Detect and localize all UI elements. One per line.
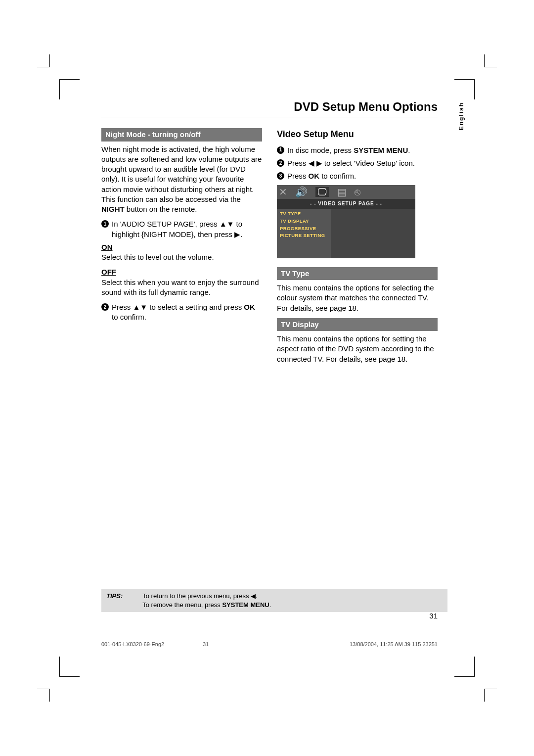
step-text: In disc mode, press SYSTEM MENU. (287, 145, 410, 155)
option-on-text: Select this to level out the volume. (101, 252, 262, 262)
osd-screenshot: ✕ 🔊 🖵 ▤ ⎋ - - VIDEO SETUP PAGE - - TV TY… (277, 185, 415, 258)
step-2-right: 2 Press ◀ ▶ to select 'Video Setup' icon… (277, 158, 438, 168)
page-number: 31 (429, 611, 438, 621)
tips-label: TIPS: (106, 592, 123, 609)
step-text: Press OK to confirm. (287, 171, 356, 181)
step-3-right: 3 Press OK to confirm. (277, 171, 438, 181)
equalizer-icon: ▤ (337, 187, 347, 197)
step-1-right: 1 In disc mode, press SYSTEM MENU. (277, 145, 438, 155)
right-column: Video Setup Menu 1 In disc mode, press S… (277, 128, 438, 369)
step-number-icon: 2 (101, 303, 109, 311)
step-1: 1 In 'AUDIO SETUP PAGE', press ▲▼ to hig… (101, 219, 262, 239)
osd-tab-bar: ✕ 🔊 🖵 ▤ ⎋ (277, 185, 415, 199)
two-column-layout: Night Mode - turning on/off When night m… (101, 128, 438, 369)
step-text: Press ◀ ▶ to select 'Video Setup' icon. (287, 158, 415, 168)
section-night-mode: Night Mode - turning on/off (101, 128, 262, 141)
step-2-text: Press ▲▼ to select a setting and press O… (112, 302, 262, 323)
section-tv-type: TV Type (277, 267, 438, 280)
step-number-icon: 1 (277, 146, 284, 154)
page-title: DVD Setup Menu Options (101, 99, 438, 117)
footer-file: 001-045-LX8320-69-Eng2 (101, 641, 164, 648)
tv-display-text: This menu contains the options for setti… (277, 334, 438, 364)
osd-menu-list: TV TYPE TV DISPLAY PROGRESSIVE PICTURE S… (277, 209, 415, 258)
footer-page: 31 (203, 641, 209, 648)
tv-type-text: This menu contains the options for selec… (277, 283, 438, 313)
exit-icon: ⎋ (355, 187, 360, 197)
osd-item: TV DISPLAY (277, 218, 331, 225)
tips-content: To return to the previous menu, press ◀.… (142, 592, 271, 609)
footer-date: 13/08/2004, 11:25 AM 39 115 23251 (350, 641, 438, 648)
step-1-text: In 'AUDIO SETUP PAGE', press ▲▼ to highl… (112, 219, 262, 239)
option-on-label: ON (101, 242, 262, 252)
page-content: DVD Setup Menu Options English Night Mod… (101, 99, 438, 369)
section-tv-display: TV Display (277, 318, 438, 331)
tools-icon: ✕ (279, 187, 287, 197)
section-video-setup: Video Setup Menu (277, 128, 438, 140)
language-tab: English (455, 99, 467, 133)
step-number-icon: 1 (101, 220, 109, 228)
tv-icon: 🖵 (315, 187, 329, 197)
step-number-icon: 3 (277, 172, 284, 180)
option-off-label: OFF (101, 267, 262, 277)
speaker-icon: 🔊 (295, 187, 308, 197)
osd-item: PICTURE SETTING (277, 232, 331, 239)
step-2: 2 Press ▲▼ to select a setting and press… (101, 302, 262, 323)
option-off-text: Select this when you want to enjoy the s… (101, 278, 262, 298)
night-mode-description: When night mode is activated, the high v… (101, 144, 262, 215)
step-number-icon: 2 (277, 159, 284, 167)
osd-page-title: - - VIDEO SETUP PAGE - - (277, 199, 415, 209)
tips-bar: TIPS: To return to the previous menu, pr… (101, 589, 447, 612)
left-column: Night Mode - turning on/off When night m… (101, 128, 262, 369)
osd-item: TV TYPE (277, 210, 331, 218)
osd-item: PROGRESSIVE (277, 225, 331, 233)
